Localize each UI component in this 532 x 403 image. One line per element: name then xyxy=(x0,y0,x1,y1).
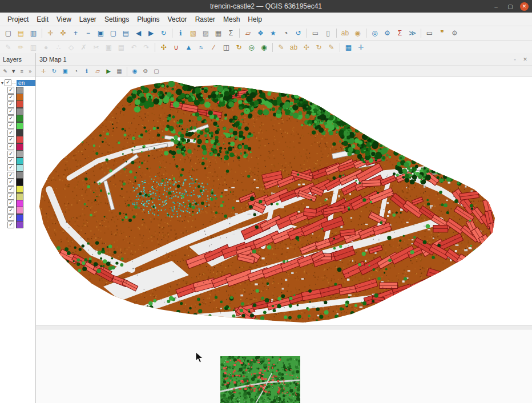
refresh-map-button[interactable]: ↻ xyxy=(158,27,170,39)
filter-legend-button[interactable]: ▼ xyxy=(10,67,18,75)
classification-row-12[interactable]: ✓ xyxy=(0,172,35,179)
animation-clock-button[interactable]: ◔ xyxy=(71,67,81,76)
layer-labeling-button[interactable]: ab xyxy=(339,27,351,39)
classification-row-6[interactable]: ✓ xyxy=(0,129,35,136)
class-checkbox[interactable]: ✓ xyxy=(7,94,14,101)
close-panel-button[interactable]: ✕ xyxy=(522,57,529,62)
classification-row-17[interactable]: ✓ xyxy=(0,207,35,214)
class-checkbox[interactable]: ✓ xyxy=(7,136,14,143)
toolbar-overflow-button[interactable]: » xyxy=(27,67,34,75)
class-checkbox[interactable]: ✓ xyxy=(7,130,14,136)
camera-settings-button[interactable]: ▢ xyxy=(151,67,162,76)
open-project-button[interactable]: ▤ xyxy=(15,27,27,39)
search-locator-button[interactable]: ◎ xyxy=(369,27,381,39)
scene-3d-canvas[interactable] xyxy=(36,77,532,325)
map3d-panel-header[interactable]: 3D Map 1 ▫✕ xyxy=(36,53,532,66)
zoom-to-layer-button[interactable]: ▤ xyxy=(120,27,132,39)
show-layout-manager-button[interactable]: ▯ xyxy=(322,27,334,39)
statistics-summary-button[interactable]: Σ xyxy=(394,27,406,39)
annotation-tips-button[interactable]: ❞ xyxy=(436,27,448,39)
identify-features-button[interactable]: ℹ xyxy=(175,27,187,39)
class-checkbox[interactable]: ✓ xyxy=(7,179,14,186)
class-checkbox[interactable]: ✓ xyxy=(7,115,14,122)
class-checkbox[interactable]: ✓ xyxy=(7,164,14,171)
classification-row-18[interactable]: ✓ xyxy=(0,214,35,221)
rotate-label-button[interactable]: ↻ xyxy=(313,42,325,53)
horizontal-splitter[interactable] xyxy=(36,325,532,329)
advanced-digitizing-button[interactable]: ▲ xyxy=(183,42,195,53)
layer-tree[interactable]: ▾ ✓ ∴ en ✓✓✓✓✓✓✓✓✓✓✓✓✓✓✓✓✓✓✓✓ xyxy=(0,77,35,403)
class-checkbox[interactable]: ✓ xyxy=(7,108,14,115)
classification-row-14[interactable]: ✓ xyxy=(0,186,35,192)
classification-row-5[interactable]: ✓ xyxy=(0,122,35,129)
classification-row-4[interactable]: ✓ xyxy=(0,115,35,122)
open-layer-styling-button[interactable]: ✎ xyxy=(2,67,9,75)
options-gear-button[interactable]: ⚙ xyxy=(449,27,461,39)
maximize-button[interactable]: ▢ xyxy=(506,2,515,11)
class-checkbox[interactable]: ✓ xyxy=(7,122,14,129)
classification-row-0[interactable]: ✓ xyxy=(0,87,35,94)
layer-label[interactable]: en xyxy=(17,80,35,86)
pan-map-button[interactable]: ✛ xyxy=(45,27,57,39)
classification-row-19[interactable]: ✓ xyxy=(0,221,35,228)
classification-row-1[interactable]: ✓ xyxy=(0,94,35,100)
play-animation-button[interactable]: ▶ xyxy=(103,67,114,76)
class-checkbox[interactable]: ✓ xyxy=(7,193,14,200)
classification-row-3[interactable]: ✓ xyxy=(0,108,35,115)
zoom-to-selection-button[interactable]: ▢ xyxy=(107,27,119,39)
expander-icon[interactable]: ▾ xyxy=(1,80,3,86)
open-attribute-table-button[interactable]: ▦ xyxy=(212,27,224,39)
python-console-button[interactable]: ≫ xyxy=(406,27,418,39)
classification-row-8[interactable]: ✓ xyxy=(0,143,35,150)
highlight-labels-button[interactable]: ab xyxy=(288,42,300,53)
add-ring-button[interactable]: ◎ xyxy=(245,42,257,53)
class-checkbox[interactable]: ✓ xyxy=(7,101,14,108)
class-checkbox[interactable]: ✓ xyxy=(7,186,14,193)
class-checkbox[interactable]: ✓ xyxy=(7,221,14,228)
select-features-button[interactable]: ▧ xyxy=(187,27,199,39)
new-print-layout-button[interactable]: ▭ xyxy=(309,27,321,39)
camera-pan-button[interactable]: ✛ xyxy=(38,67,49,76)
class-checkbox[interactable]: ✓ xyxy=(7,143,14,150)
menu-settings[interactable]: Settings xyxy=(100,14,133,25)
map-tips-button[interactable]: ❖ xyxy=(255,27,267,39)
mesh-calculator-button[interactable]: ▦ xyxy=(342,42,354,53)
save-scene-image-button[interactable]: ▦ xyxy=(114,67,124,76)
layer-diagram-button[interactable]: ◉ xyxy=(352,27,364,39)
classification-row-7[interactable]: ✓ xyxy=(0,136,35,143)
new-project-button[interactable]: ▢ xyxy=(2,27,14,39)
menu-raster[interactable]: Raster xyxy=(191,14,219,25)
merge-features-button[interactable]: ◫ xyxy=(220,42,232,53)
georeferencer-button[interactable]: ✛ xyxy=(355,42,367,53)
menu-view[interactable]: View xyxy=(53,14,75,25)
pan-to-selection-button[interactable]: ✜ xyxy=(57,27,69,39)
menu-vector[interactable]: Vector xyxy=(164,14,191,25)
save-project-button[interactable]: ▥ xyxy=(27,27,39,39)
class-checkbox[interactable]: ✓ xyxy=(7,151,14,158)
zoom-out-button[interactable]: − xyxy=(82,27,94,39)
class-checkbox[interactable]: ✓ xyxy=(7,214,14,221)
scene-3d-viewport[interactable] xyxy=(36,77,532,325)
camera-rotate-button[interactable]: ↻ xyxy=(49,67,59,76)
move-label-button[interactable]: ✣ xyxy=(300,42,312,53)
change-label-button[interactable]: ✎ xyxy=(325,42,337,53)
expand-all-button[interactable]: ≡ xyxy=(18,67,26,75)
float-panel-button[interactable]: ▫ xyxy=(511,57,518,62)
measure-line-button[interactable]: ▱ xyxy=(242,27,254,39)
classification-row-9[interactable]: ✓ xyxy=(0,151,35,158)
menu-help[interactable]: Help xyxy=(244,14,266,25)
class-checkbox[interactable]: ✓ xyxy=(7,200,14,207)
menu-plugins[interactable]: Plugins xyxy=(133,14,163,25)
class-checkbox[interactable]: ✓ xyxy=(7,158,14,164)
zoom-last-button[interactable]: ◀ xyxy=(132,27,144,39)
effects-eye-button[interactable]: ◉ xyxy=(130,67,140,76)
temporal-controller-button[interactable]: ◔ xyxy=(280,27,292,39)
menu-mesh[interactable]: Mesh xyxy=(219,14,244,25)
reshape-features-button[interactable]: ≈ xyxy=(195,42,207,53)
identify-3d-button[interactable]: ℹ xyxy=(82,67,92,76)
refresh-button[interactable]: ↺ xyxy=(292,27,304,39)
rotate-feature-button[interactable]: ↻ xyxy=(233,42,245,53)
pin-labels-button[interactable]: ✎ xyxy=(275,42,287,53)
measure-dropdown-button[interactable]: ▭ xyxy=(424,27,436,39)
classification-row-15[interactable]: ✓ xyxy=(0,193,35,200)
